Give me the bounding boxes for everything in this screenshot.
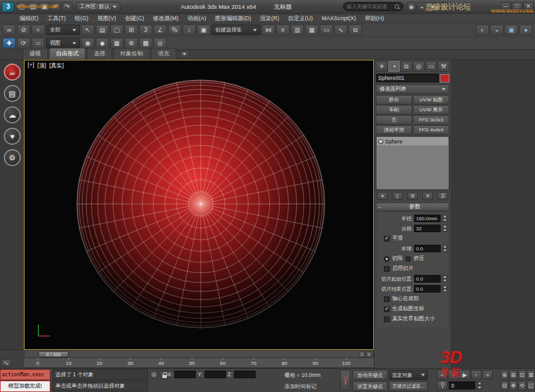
redo-button[interactable]: ↷ <box>62 2 72 11</box>
generate-mapping-coords-checkbox[interactable]: ✓ <box>384 306 390 312</box>
slice-to-spinner[interactable] <box>442 285 448 293</box>
next-key-button[interactable]: › <box>366 351 372 357</box>
cloud-icon[interactable]: ☁ <box>4 106 21 123</box>
communication-center-icon[interactable]: ◒ <box>417 2 427 11</box>
viewport-menu-shading[interactable]: [真实] <box>49 62 64 70</box>
scene-explorer-icon[interactable]: ▦ <box>305 25 318 35</box>
slice-on-checkbox[interactable] <box>384 266 390 272</box>
minimize-button[interactable]: ─ <box>500 2 511 11</box>
modifier-stack[interactable]: Sphere <box>376 136 449 190</box>
search-box[interactable] <box>343 2 403 11</box>
modifier-button-5[interactable]: 壳 <box>376 115 412 125</box>
modifier-list-dropdown[interactable]: 修改器列表 <box>376 84 449 94</box>
select-by-name-icon[interactable]: ▤ <box>96 25 109 35</box>
render-setup-icon[interactable]: ◒ <box>490 25 504 35</box>
play-button[interactable]: ▶ <box>459 370 470 379</box>
menu-item-9[interactable]: 渲染(R) <box>256 14 284 23</box>
remove-modifier-icon[interactable]: ✕ <box>422 192 433 200</box>
favorites-icon[interactable]: ★ <box>428 2 437 11</box>
key-filters-button[interactable]: 关键点过滤器... <box>389 381 428 391</box>
maxscript-mini-listener[interactable]: actionMan.exec <box>0 369 50 380</box>
modifier-button-3[interactable]: 车削 <box>376 105 412 115</box>
array-icon[interactable]: ▩ <box>139 38 152 48</box>
stack-item[interactable]: Sphere <box>377 137 448 145</box>
chop-radio[interactable] <box>384 256 390 262</box>
go-to-start-button[interactable]: « <box>437 370 448 379</box>
motion-tab[interactable]: ◎ <box>413 61 425 72</box>
create-tab[interactable]: ✳ <box>376 61 388 72</box>
modifier-button-7[interactable]: 涡轮平滑 <box>376 125 412 135</box>
app-menu-button[interactable]: 3 <box>2 2 14 12</box>
previous-key-button[interactable]: ‹ <box>359 351 365 357</box>
parameters-rollout-header[interactable]: - 参数 <box>376 203 449 211</box>
modify-tab[interactable]: ◔ <box>388 61 400 72</box>
schematic-view-icon[interactable]: ⧉ <box>349 25 362 35</box>
unlink-selection-icon[interactable]: ⊘ <box>17 25 30 35</box>
set-keys-button[interactable] <box>340 370 351 391</box>
open-file-button[interactable]: ▤ <box>28 2 38 11</box>
track-bar[interactable]: 0102030405060708090100 <box>24 358 374 368</box>
x-position-field[interactable] <box>174 371 196 378</box>
selected-filter-dropdown[interactable]: 选定对象 <box>389 370 428 380</box>
ribbon-tab-5[interactable]: 填充 <box>151 48 176 59</box>
time-slider-handle[interactable]: 0 / 100 <box>38 351 69 357</box>
isolate-selection-toggle[interactable]: ◎ <box>150 371 158 379</box>
hemisphere-field[interactable]: 0.0 <box>414 245 441 252</box>
menu-item-8[interactable]: 图形编辑器(D) <box>211 14 256 23</box>
ribbon-tab-1[interactable]: 建模 <box>23 48 48 59</box>
undo-button[interactable]: ↶ <box>50 2 61 11</box>
select-and-scale-icon[interactable]: ▱ <box>31 38 45 48</box>
modifier-button-6[interactable]: FFD 3x3x3 <box>413 115 449 125</box>
z-position-field[interactable] <box>234 371 256 378</box>
spinner-snap-icon[interactable]: ↕ <box>183 25 196 35</box>
heart-icon[interactable]: ♥ <box>4 128 21 145</box>
select-manipulate-icon[interactable]: ◆ <box>96 38 109 48</box>
ribbon-toggle-icon[interactable]: ▭ <box>320 25 333 35</box>
isolate-selection-icon[interactable]: ◎ <box>154 38 167 48</box>
named-sets-dropdown[interactable]: 创建选择集 <box>211 25 261 35</box>
slice-from-spinner[interactable] <box>442 275 448 283</box>
hemisphere-spinner[interactable] <box>442 245 448 252</box>
percent-snap-icon[interactable]: % <box>168 25 181 35</box>
ribbon-more-button[interactable] <box>179 50 189 58</box>
set-key-mode-button[interactable]: 设置关键点 <box>352 381 388 391</box>
menu-item-5[interactable]: 创建(C) <box>121 14 149 23</box>
teapot-badge-icon[interactable]: ☕ <box>4 64 21 81</box>
base-to-pivot-checkbox[interactable] <box>384 296 390 302</box>
mirror-icon[interactable]: ⋈ <box>262 25 275 35</box>
object-color-swatch[interactable] <box>440 74 449 82</box>
current-frame-field[interactable]: 0 <box>449 381 475 389</box>
document-icon[interactable]: ▤ <box>4 85 21 102</box>
segments-spinner[interactable] <box>442 225 448 232</box>
viewport-menu-view[interactable]: [顶] <box>37 62 46 70</box>
viewport-menu-general[interactable]: [+] <box>28 62 34 70</box>
zoom-extents-icon[interactable]: ⊡ <box>518 370 526 380</box>
menu-item-6[interactable]: 修改器(M) <box>149 14 183 23</box>
radius-field[interactable]: 160.0mm <box>414 215 441 222</box>
sign-in-icon[interactable]: ◉ <box>407 2 416 11</box>
select-and-move-icon[interactable]: ✚ <box>3 38 16 48</box>
zoom-icon[interactable]: ⊕ <box>500 370 509 380</box>
modifier-button-8[interactable]: FFD 4x4x4 <box>413 125 449 135</box>
object-name-field[interactable]: Sphere001 <box>376 74 439 82</box>
orbit-icon[interactable]: ⟲ <box>518 381 526 391</box>
keyboard-override-icon[interactable]: ▦ <box>110 38 123 48</box>
modifier-button-2[interactable]: UVW 贴图 <box>413 95 449 104</box>
material-editor-icon[interactable]: ◐ <box>476 25 489 35</box>
squash-radio[interactable] <box>405 256 411 262</box>
curve-editor-icon[interactable]: ∿ <box>334 25 347 35</box>
time-slider[interactable]: 0 / 100 ‹ › <box>24 350 374 358</box>
layer-manager-icon[interactable]: ▥ <box>291 25 304 35</box>
angle-snap-icon[interactable]: ∠ <box>154 25 167 35</box>
snap-toggle-icon[interactable]: 3 <box>139 25 152 35</box>
real-world-map-size-checkbox[interactable] <box>384 316 390 322</box>
selection-filter-dropdown[interactable]: 全部 <box>46 25 80 35</box>
select-and-link-icon[interactable]: ∞ <box>3 25 16 35</box>
zoom-all-icon[interactable]: ⊞ <box>509 370 517 380</box>
rendered-frame-icon[interactable]: ▣ <box>505 25 518 35</box>
next-frame-button[interactable]: › <box>471 370 482 379</box>
configure-sets-icon[interactable]: ☰ <box>437 192 448 200</box>
menu-item-4[interactable]: 视图(V) <box>93 14 121 23</box>
gear-icon[interactable]: ⚙ <box>4 149 21 166</box>
go-to-end-button[interactable]: » <box>482 370 493 379</box>
